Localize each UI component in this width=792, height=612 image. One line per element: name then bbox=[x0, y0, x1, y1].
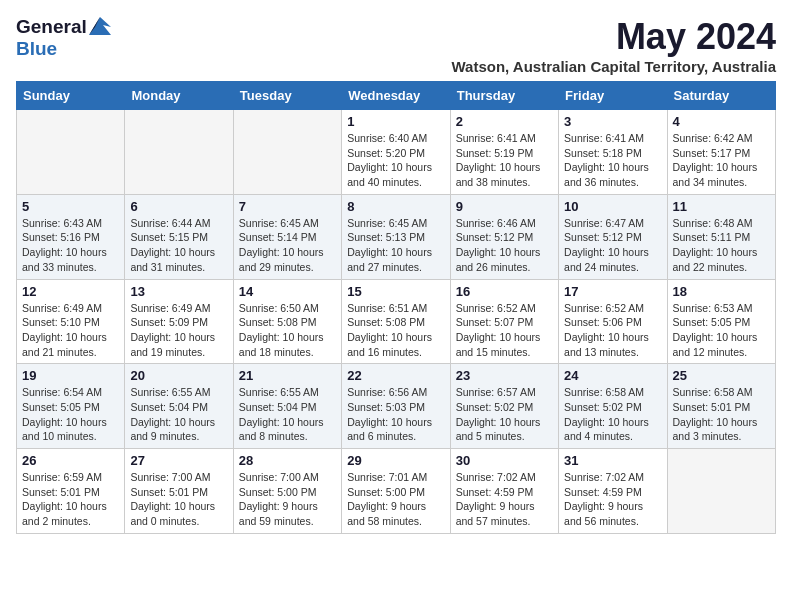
calendar-day-cell: 14Sunrise: 6:50 AMSunset: 5:08 PMDayligh… bbox=[233, 279, 341, 364]
calendar-day-header: Saturday bbox=[667, 82, 775, 110]
day-info: Sunrise: 6:57 AMSunset: 5:02 PMDaylight:… bbox=[456, 385, 553, 444]
day-info: Sunrise: 6:55 AMSunset: 5:04 PMDaylight:… bbox=[239, 385, 336, 444]
day-info: Sunrise: 6:43 AMSunset: 5:16 PMDaylight:… bbox=[22, 216, 119, 275]
day-info: Sunrise: 6:47 AMSunset: 5:12 PMDaylight:… bbox=[564, 216, 661, 275]
day-number: 22 bbox=[347, 368, 444, 383]
calendar-week-row: 12Sunrise: 6:49 AMSunset: 5:10 PMDayligh… bbox=[17, 279, 776, 364]
day-number: 20 bbox=[130, 368, 227, 383]
day-number: 2 bbox=[456, 114, 553, 129]
day-number: 30 bbox=[456, 453, 553, 468]
day-info: Sunrise: 6:45 AMSunset: 5:13 PMDaylight:… bbox=[347, 216, 444, 275]
day-info: Sunrise: 6:45 AMSunset: 5:14 PMDaylight:… bbox=[239, 216, 336, 275]
calendar-day-cell: 1Sunrise: 6:40 AMSunset: 5:20 PMDaylight… bbox=[342, 110, 450, 195]
day-number: 8 bbox=[347, 199, 444, 214]
calendar-day-cell: 18Sunrise: 6:53 AMSunset: 5:05 PMDayligh… bbox=[667, 279, 775, 364]
calendar-day-cell: 6Sunrise: 6:44 AMSunset: 5:15 PMDaylight… bbox=[125, 194, 233, 279]
day-info: Sunrise: 6:56 AMSunset: 5:03 PMDaylight:… bbox=[347, 385, 444, 444]
day-number: 5 bbox=[22, 199, 119, 214]
calendar-day-cell: 26Sunrise: 6:59 AMSunset: 5:01 PMDayligh… bbox=[17, 449, 125, 534]
calendar-day-header: Sunday bbox=[17, 82, 125, 110]
day-info: Sunrise: 6:50 AMSunset: 5:08 PMDaylight:… bbox=[239, 301, 336, 360]
day-number: 27 bbox=[130, 453, 227, 468]
svg-marker-0 bbox=[89, 17, 111, 35]
day-info: Sunrise: 6:48 AMSunset: 5:11 PMDaylight:… bbox=[673, 216, 770, 275]
day-info: Sunrise: 6:54 AMSunset: 5:05 PMDaylight:… bbox=[22, 385, 119, 444]
day-info: Sunrise: 6:40 AMSunset: 5:20 PMDaylight:… bbox=[347, 131, 444, 190]
calendar-day-cell bbox=[17, 110, 125, 195]
day-info: Sunrise: 6:41 AMSunset: 5:18 PMDaylight:… bbox=[564, 131, 661, 190]
day-info: Sunrise: 7:00 AMSunset: 5:00 PMDaylight:… bbox=[239, 470, 336, 529]
day-number: 24 bbox=[564, 368, 661, 383]
day-number: 6 bbox=[130, 199, 227, 214]
calendar-day-cell: 28Sunrise: 7:00 AMSunset: 5:00 PMDayligh… bbox=[233, 449, 341, 534]
calendar-day-cell: 12Sunrise: 6:49 AMSunset: 5:10 PMDayligh… bbox=[17, 279, 125, 364]
day-number: 29 bbox=[347, 453, 444, 468]
day-number: 9 bbox=[456, 199, 553, 214]
day-number: 19 bbox=[22, 368, 119, 383]
day-info: Sunrise: 6:58 AMSunset: 5:01 PMDaylight:… bbox=[673, 385, 770, 444]
subtitle: Watson, Australian Capital Territory, Au… bbox=[451, 58, 776, 75]
calendar-day-cell: 5Sunrise: 6:43 AMSunset: 5:16 PMDaylight… bbox=[17, 194, 125, 279]
day-number: 14 bbox=[239, 284, 336, 299]
day-info: Sunrise: 7:02 AMSunset: 4:59 PMDaylight:… bbox=[456, 470, 553, 529]
calendar-day-cell: 2Sunrise: 6:41 AMSunset: 5:19 PMDaylight… bbox=[450, 110, 558, 195]
calendar-day-cell: 9Sunrise: 6:46 AMSunset: 5:12 PMDaylight… bbox=[450, 194, 558, 279]
calendar-day-cell: 8Sunrise: 6:45 AMSunset: 5:13 PMDaylight… bbox=[342, 194, 450, 279]
calendar-day-header: Tuesday bbox=[233, 82, 341, 110]
calendar-day-cell: 16Sunrise: 6:52 AMSunset: 5:07 PMDayligh… bbox=[450, 279, 558, 364]
calendar-day-cell: 25Sunrise: 6:58 AMSunset: 5:01 PMDayligh… bbox=[667, 364, 775, 449]
day-number: 12 bbox=[22, 284, 119, 299]
day-info: Sunrise: 6:55 AMSunset: 5:04 PMDaylight:… bbox=[130, 385, 227, 444]
calendar-day-cell: 20Sunrise: 6:55 AMSunset: 5:04 PMDayligh… bbox=[125, 364, 233, 449]
calendar-day-cell bbox=[233, 110, 341, 195]
calendar-day-cell: 21Sunrise: 6:55 AMSunset: 5:04 PMDayligh… bbox=[233, 364, 341, 449]
calendar-day-header: Friday bbox=[559, 82, 667, 110]
title-section: May 2024 Watson, Australian Capital Terr… bbox=[451, 16, 776, 75]
day-info: Sunrise: 6:53 AMSunset: 5:05 PMDaylight:… bbox=[673, 301, 770, 360]
day-info: Sunrise: 6:41 AMSunset: 5:19 PMDaylight:… bbox=[456, 131, 553, 190]
day-number: 11 bbox=[673, 199, 770, 214]
day-number: 21 bbox=[239, 368, 336, 383]
page-header: General Blue May 2024 Watson, Australian… bbox=[16, 16, 776, 75]
calendar-day-header: Thursday bbox=[450, 82, 558, 110]
calendar-day-cell: 15Sunrise: 6:51 AMSunset: 5:08 PMDayligh… bbox=[342, 279, 450, 364]
day-info: Sunrise: 7:01 AMSunset: 5:00 PMDaylight:… bbox=[347, 470, 444, 529]
day-number: 7 bbox=[239, 199, 336, 214]
day-info: Sunrise: 6:49 AMSunset: 5:10 PMDaylight:… bbox=[22, 301, 119, 360]
calendar-day-cell: 17Sunrise: 6:52 AMSunset: 5:06 PMDayligh… bbox=[559, 279, 667, 364]
day-info: Sunrise: 6:46 AMSunset: 5:12 PMDaylight:… bbox=[456, 216, 553, 275]
day-number: 17 bbox=[564, 284, 661, 299]
day-number: 13 bbox=[130, 284, 227, 299]
calendar-day-cell: 30Sunrise: 7:02 AMSunset: 4:59 PMDayligh… bbox=[450, 449, 558, 534]
calendar-table: SundayMondayTuesdayWednesdayThursdayFrid… bbox=[16, 81, 776, 534]
day-info: Sunrise: 6:44 AMSunset: 5:15 PMDaylight:… bbox=[130, 216, 227, 275]
calendar-day-cell: 13Sunrise: 6:49 AMSunset: 5:09 PMDayligh… bbox=[125, 279, 233, 364]
day-number: 15 bbox=[347, 284, 444, 299]
day-info: Sunrise: 6:52 AMSunset: 5:07 PMDaylight:… bbox=[456, 301, 553, 360]
day-info: Sunrise: 7:02 AMSunset: 4:59 PMDaylight:… bbox=[564, 470, 661, 529]
calendar-day-cell: 11Sunrise: 6:48 AMSunset: 5:11 PMDayligh… bbox=[667, 194, 775, 279]
calendar-day-cell: 27Sunrise: 7:00 AMSunset: 5:01 PMDayligh… bbox=[125, 449, 233, 534]
calendar-day-header: Wednesday bbox=[342, 82, 450, 110]
calendar-week-row: 5Sunrise: 6:43 AMSunset: 5:16 PMDaylight… bbox=[17, 194, 776, 279]
calendar-day-cell: 31Sunrise: 7:02 AMSunset: 4:59 PMDayligh… bbox=[559, 449, 667, 534]
calendar-week-row: 19Sunrise: 6:54 AMSunset: 5:05 PMDayligh… bbox=[17, 364, 776, 449]
calendar-day-cell: 4Sunrise: 6:42 AMSunset: 5:17 PMDaylight… bbox=[667, 110, 775, 195]
calendar-day-cell: 3Sunrise: 6:41 AMSunset: 5:18 PMDaylight… bbox=[559, 110, 667, 195]
day-info: Sunrise: 6:49 AMSunset: 5:09 PMDaylight:… bbox=[130, 301, 227, 360]
day-info: Sunrise: 6:58 AMSunset: 5:02 PMDaylight:… bbox=[564, 385, 661, 444]
day-number: 28 bbox=[239, 453, 336, 468]
day-number: 25 bbox=[673, 368, 770, 383]
day-number: 4 bbox=[673, 114, 770, 129]
logo: General Blue bbox=[16, 16, 111, 60]
calendar-week-row: 26Sunrise: 6:59 AMSunset: 5:01 PMDayligh… bbox=[17, 449, 776, 534]
day-info: Sunrise: 6:52 AMSunset: 5:06 PMDaylight:… bbox=[564, 301, 661, 360]
calendar-day-cell: 24Sunrise: 6:58 AMSunset: 5:02 PMDayligh… bbox=[559, 364, 667, 449]
day-number: 16 bbox=[456, 284, 553, 299]
day-number: 18 bbox=[673, 284, 770, 299]
day-info: Sunrise: 7:00 AMSunset: 5:01 PMDaylight:… bbox=[130, 470, 227, 529]
day-number: 26 bbox=[22, 453, 119, 468]
calendar-day-cell: 19Sunrise: 6:54 AMSunset: 5:05 PMDayligh… bbox=[17, 364, 125, 449]
calendar-header-row: SundayMondayTuesdayWednesdayThursdayFrid… bbox=[17, 82, 776, 110]
main-title: May 2024 bbox=[451, 16, 776, 58]
